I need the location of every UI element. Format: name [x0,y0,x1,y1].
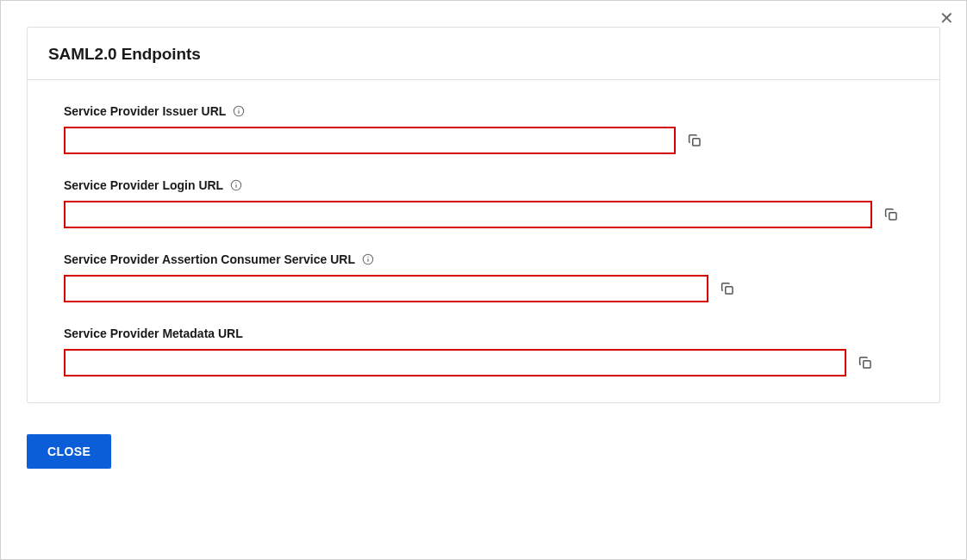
field-label-row: Service Provider Metadata URL [64,327,903,340]
svg-rect-11 [726,287,733,294]
field-group-metadata: Service Provider Metadata URL [64,327,903,376]
field-label-row: Service Provider Issuer URL [64,104,903,118]
login-label: Service Provider Login URL [64,178,223,192]
close-button[interactable]: CLOSE [27,434,111,469]
endpoints-card: SAML2.0 Endpoints Service Provider Issue… [27,27,940,403]
info-icon[interactable] [362,253,374,265]
field-input-row [64,201,903,228]
modal-container: ✕ SAML2.0 Endpoints Service Provider Iss… [1,1,966,559]
acs-label: Service Provider Assertion Consumer Serv… [64,252,355,266]
field-input-row [64,349,903,376]
card-body: Service Provider Issuer URL [28,80,939,402]
field-group-issuer: Service Provider Issuer URL [64,104,903,154]
svg-point-10 [367,257,368,258]
issuer-label: Service Provider Issuer URL [64,104,226,118]
field-label-row: Service Provider Login URL [64,178,903,192]
metadata-input[interactable] [64,349,846,376]
info-icon[interactable] [233,105,245,117]
card-title: SAML2.0 Endpoints [48,45,919,64]
svg-point-2 [239,109,240,109]
svg-rect-12 [864,361,870,368]
info-icon[interactable] [230,179,242,191]
field-input-row [64,127,903,154]
field-group-login: Service Provider Login URL [64,178,903,228]
acs-input[interactable] [64,275,708,302]
copy-icon[interactable] [853,351,877,375]
svg-rect-7 [889,213,896,220]
copy-icon[interactable] [879,202,903,227]
login-input[interactable] [64,201,872,228]
field-group-acs: Service Provider Assertion Consumer Serv… [64,252,903,302]
issuer-input[interactable] [64,127,676,154]
copy-icon[interactable] [715,277,739,301]
close-icon[interactable]: ✕ [939,9,954,27]
field-label-row: Service Provider Assertion Consumer Serv… [64,252,903,266]
card-header: SAML2.0 Endpoints [28,28,939,80]
modal-footer: CLOSE [27,434,940,469]
copy-icon[interactable] [683,128,707,152]
svg-rect-3 [693,139,700,146]
svg-point-6 [236,183,237,184]
field-input-row [64,275,903,302]
metadata-label: Service Provider Metadata URL [64,327,243,340]
